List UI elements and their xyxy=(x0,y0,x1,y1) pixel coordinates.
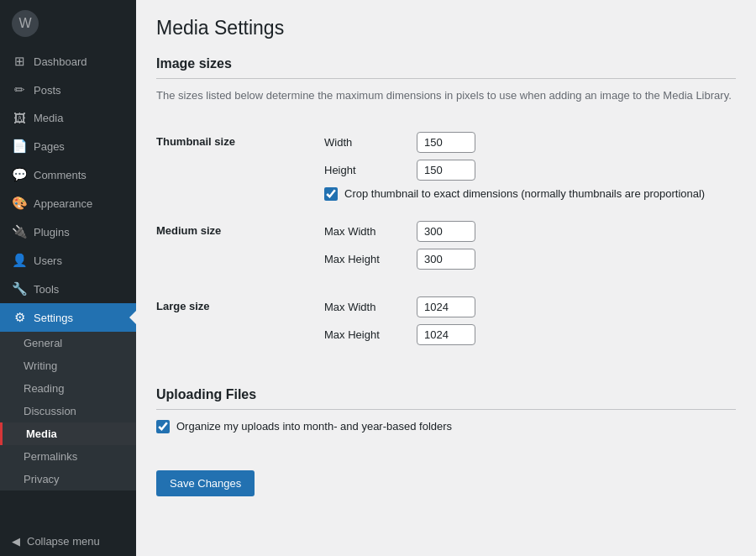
large-height-input[interactable] xyxy=(417,324,475,345)
medium-row: Medium size Max Width Max Height xyxy=(156,211,736,286)
thumbnail-crop-row: Crop thumbnail to exact dimensions (norm… xyxy=(324,187,736,201)
large-max-height-label: Max Height xyxy=(324,328,408,341)
save-changes-button[interactable]: Save Changes xyxy=(156,470,255,496)
submenu-item-writing[interactable]: Writing xyxy=(0,354,136,377)
collapse-label: Collapse menu xyxy=(27,535,100,548)
medium-max-height-label: Max Height xyxy=(324,253,408,265)
collapse-icon: ◀ xyxy=(12,535,20,548)
thumbnail-crop-checkbox[interactable] xyxy=(324,187,338,201)
sidebar-item-label: Posts xyxy=(34,84,61,97)
organize-uploads-label: Organize my uploads into month- and year… xyxy=(176,420,452,433)
appearance-icon: 🎨 xyxy=(12,196,27,211)
sidebar-item-comments[interactable]: 💬 Comments xyxy=(0,160,136,189)
form-actions: Save Changes xyxy=(156,454,736,496)
image-sizes-title: Image sizes xyxy=(156,56,736,79)
submenu-item-reading[interactable]: Reading xyxy=(0,377,136,400)
users-icon: 👤 xyxy=(12,253,27,268)
thumbnail-width-input[interactable] xyxy=(417,132,475,153)
sidebar-item-dashboard[interactable]: ⊞ Dashboard xyxy=(0,47,136,76)
sidebar-item-label: Users xyxy=(34,254,62,267)
sidebar: W ⊞ Dashboard ✏ Posts 🖼 Media 📄 Pages 💬 … xyxy=(0,0,136,556)
pages-icon: 📄 xyxy=(12,139,27,154)
medium-height-row: Max Height xyxy=(324,249,736,270)
medium-height-input[interactable] xyxy=(417,249,475,270)
thumbnail-width-label: Width xyxy=(324,136,408,149)
thumbnail-height-row: Height xyxy=(324,160,736,181)
thumbnail-crop-label: Crop thumbnail to exact dimensions (norm… xyxy=(344,187,705,200)
thumbnail-height-label: Height xyxy=(324,164,408,176)
submenu-item-permalinks[interactable]: Permalinks xyxy=(0,445,136,468)
posts-icon: ✏ xyxy=(12,82,27,97)
submenu-label: Discussion xyxy=(24,405,76,417)
submenu-item-privacy[interactable]: Privacy xyxy=(0,468,136,490)
thumbnail-label: Thumbnail size xyxy=(156,122,324,211)
site-logo[interactable]: W xyxy=(0,0,136,47)
settings-arrow xyxy=(129,311,136,324)
organize-uploads-checkbox[interactable] xyxy=(156,420,170,433)
sidebar-item-label: Media xyxy=(34,112,63,124)
large-fields: Max Width Max Height xyxy=(324,286,736,362)
main-content: Media Settings Image sizes The sizes lis… xyxy=(136,0,756,556)
sidebar-item-label: Comments xyxy=(34,169,87,181)
sidebar-item-appearance[interactable]: 🎨 Appearance xyxy=(0,189,136,218)
sidebar-item-label: Tools xyxy=(34,283,59,296)
submenu-label: Writing xyxy=(24,359,57,372)
tools-icon: 🔧 xyxy=(12,281,27,296)
thumbnail-row: Thumbnail size Width Height Crop thumbna… xyxy=(156,122,736,211)
large-max-width-label: Max Width xyxy=(324,301,408,313)
submenu-label: Media xyxy=(26,427,57,440)
image-sizes-description: The sizes listed below determine the max… xyxy=(156,87,736,105)
large-label: Large size xyxy=(156,286,324,362)
comments-icon: 💬 xyxy=(12,167,27,182)
uploading-title: Uploading Files xyxy=(156,387,736,410)
organize-uploads-row: Organize my uploads into month- and year… xyxy=(156,420,736,433)
sidebar-item-media[interactable]: 🖼 Media xyxy=(0,104,136,132)
submenu-item-discussion[interactable]: Discussion xyxy=(0,400,136,422)
sidebar-item-pages[interactable]: 📄 Pages xyxy=(0,132,136,160)
image-sizes-section: Image sizes The sizes listed below deter… xyxy=(156,56,736,362)
sidebar-item-label: Dashboard xyxy=(34,55,87,68)
settings-submenu: General Writing Reading Discussion Media… xyxy=(0,332,136,490)
media-icon: 🖼 xyxy=(12,111,27,125)
medium-fields: Max Width Max Height xyxy=(324,211,736,286)
medium-label: Medium size xyxy=(156,211,324,286)
sidebar-item-label: Plugins xyxy=(34,226,70,239)
dashboard-icon: ⊞ xyxy=(12,54,27,69)
sidebar-item-tools[interactable]: 🔧 Tools xyxy=(0,275,136,303)
sidebar-item-label: Appearance xyxy=(34,197,92,210)
submenu-label: Reading xyxy=(24,382,64,395)
large-width-row: Max Width xyxy=(324,296,736,317)
submenu-item-general[interactable]: General xyxy=(0,332,136,354)
submenu-item-media[interactable]: Media xyxy=(0,422,136,445)
wp-icon: W xyxy=(18,16,31,31)
sidebar-item-label: Settings xyxy=(34,312,73,324)
medium-width-row: Max Width xyxy=(324,221,736,242)
thumbnail-fields: Width Height Crop thumbnail to exact dim… xyxy=(324,122,736,211)
submenu-label: Privacy xyxy=(24,473,60,485)
thumbnail-width-row: Width xyxy=(324,132,736,153)
settings-icon: ⚙ xyxy=(12,310,27,325)
wp-logo-icon: W xyxy=(12,10,39,37)
thumbnail-height-input[interactable] xyxy=(417,160,475,181)
medium-max-width-label: Max Width xyxy=(324,225,408,238)
submenu-label: General xyxy=(24,337,62,349)
large-height-row: Max Height xyxy=(324,324,736,345)
submenu-label: Permalinks xyxy=(24,450,77,463)
uploading-section: Uploading Files Organize my uploads into… xyxy=(156,387,736,433)
sidebar-item-users[interactable]: 👤 Users xyxy=(0,246,136,275)
sidebar-item-posts[interactable]: ✏ Posts xyxy=(0,76,136,104)
sidebar-item-plugins[interactable]: 🔌 Plugins xyxy=(0,218,136,246)
large-row: Large size Max Width Max Height xyxy=(156,286,736,362)
sidebar-item-settings[interactable]: ⚙ Settings xyxy=(0,303,136,332)
large-width-input[interactable] xyxy=(417,296,475,317)
sidebar-item-label: Pages xyxy=(34,140,65,153)
sidebar-nav: ⊞ Dashboard ✏ Posts 🖼 Media 📄 Pages 💬 Co… xyxy=(0,47,136,527)
medium-width-input[interactable] xyxy=(417,221,475,242)
page-title: Media Settings xyxy=(156,17,736,39)
plugins-icon: 🔌 xyxy=(12,224,27,239)
image-sizes-table: Thumbnail size Width Height Crop thumbna… xyxy=(156,122,736,362)
collapse-menu-button[interactable]: ◀ Collapse menu xyxy=(0,527,136,556)
